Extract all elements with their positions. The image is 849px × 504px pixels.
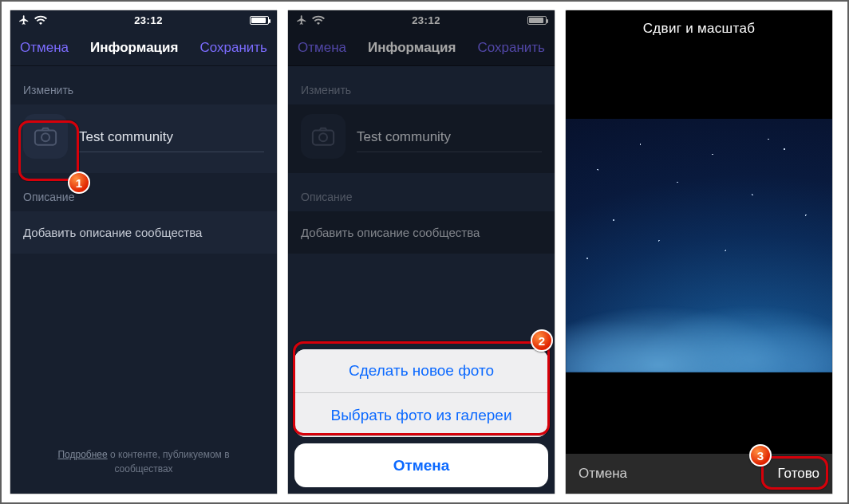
battery-icon — [527, 16, 547, 25]
crop-image-preview[interactable] — [566, 119, 832, 372]
step-badge-1: 1 — [68, 171, 90, 194]
crop-cancel-button[interactable]: Отмена — [579, 466, 627, 482]
name-row: Test community — [288, 104, 555, 173]
airplane-mode-icon — [18, 14, 30, 26]
crop-mask-bottom — [566, 372, 832, 454]
section-edit-label: Изменить — [288, 66, 555, 104]
wifi-icon — [34, 15, 47, 25]
battery-icon — [250, 16, 269, 25]
section-desc-label: Описание — [10, 173, 277, 211]
step-badge-2: 2 — [531, 329, 553, 352]
statusbar-time: 23:12 — [412, 14, 440, 26]
footer-more-link[interactable]: Подробнее — [57, 449, 107, 460]
nav-cancel[interactable]: Отмена — [298, 40, 346, 56]
crop-done-button[interactable]: Готово — [778, 466, 820, 482]
sheet-cancel[interactable]: Отмена — [294, 443, 548, 487]
statusbar-time: 23:12 — [134, 14, 163, 26]
crop-area[interactable] — [566, 47, 832, 454]
nav-cancel[interactable]: Отмена — [20, 40, 69, 56]
community-name-field[interactable]: Test community — [79, 121, 264, 152]
section-desc-label: Описание — [288, 173, 555, 211]
svg-point-3 — [319, 133, 327, 141]
action-sheet-group: Сделать новое фото Выбрать фото из галер… — [294, 349, 548, 437]
step-badge-3: 3 — [749, 444, 772, 467]
nav-save[interactable]: Сохранить — [478, 40, 545, 56]
screen-action-sheet: 23:12 Отмена Информация Сохранить Измени… — [287, 10, 555, 494]
svg-point-1 — [41, 133, 49, 141]
community-name-field[interactable]: Test community — [357, 121, 542, 152]
sheet-choose-gallery[interactable]: Выбрать фото из галереи — [294, 393, 548, 437]
camera-icon — [311, 126, 335, 147]
screen-crop: Сдвиг и масштаб Отмена Готово 3 — [565, 10, 833, 494]
content: Изменить Test community Описание Добавит… — [10, 66, 277, 494]
status-bar: 23:12 — [10, 10, 277, 30]
crop-title: Сдвиг и масштаб — [566, 10, 832, 47]
screen-info-edit: 23:12 Отмена Информация Сохранить Измени… — [10, 10, 278, 494]
action-sheet: Сделать новое фото Выбрать фото из галер… — [288, 343, 555, 494]
avatar-button[interactable] — [301, 114, 346, 159]
svg-rect-0 — [35, 131, 56, 145]
description-field[interactable]: Добавить описание сообщества — [10, 211, 277, 254]
section-edit-label: Изменить — [10, 66, 277, 104]
nav-bar: Отмена Информация Сохранить — [288, 30, 555, 66]
name-row: Test community — [10, 104, 277, 173]
nav-title: Информация — [368, 40, 456, 56]
nav-save[interactable]: Сохранить — [200, 40, 267, 56]
airplane-mode-icon — [296, 14, 307, 26]
wifi-icon — [312, 15, 325, 25]
status-bar: 23:12 — [288, 10, 555, 30]
nav-title: Информация — [90, 40, 178, 56]
crop-toolbar: Отмена Готово — [566, 454, 832, 494]
avatar-button[interactable] — [23, 114, 68, 159]
footer-note: Подробнее о контенте, публикуемом в сооб… — [10, 447, 277, 494]
camera-icon — [34, 126, 57, 147]
crop-mask-top — [566, 47, 832, 119]
nav-bar: Отмена Информация Сохранить — [10, 30, 277, 66]
svg-rect-2 — [313, 131, 334, 145]
sheet-take-photo[interactable]: Сделать новое фото — [294, 349, 548, 393]
description-field[interactable]: Добавить описание сообщества — [288, 211, 555, 254]
